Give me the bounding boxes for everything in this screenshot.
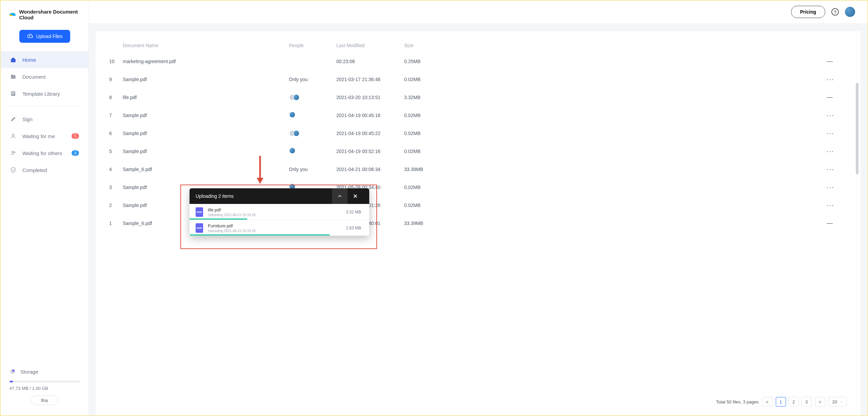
sign-icon (10, 116, 16, 122)
nav: Home Document Template Library Sign Wait… (1, 51, 88, 178)
upload-popup-header: Uploading 2 items (190, 188, 369, 204)
upload-popup: Uploading 2 items PDFlife.pdfUploading 2… (190, 188, 369, 236)
row-size: 3.32MB (404, 95, 472, 100)
content: Document Name People Last Modified Size … (96, 31, 861, 415)
close-button[interactable] (348, 188, 363, 204)
row-index: 2 (109, 203, 123, 208)
row-index: 1 (109, 221, 123, 226)
topbar: Pricing ? (89, 1, 867, 23)
page-prev[interactable]: < (762, 397, 772, 406)
row-name: Sample.pdf (123, 77, 289, 82)
people-avatars (289, 94, 336, 101)
nav-home[interactable]: Home (1, 51, 88, 68)
nav-waiting-for-me[interactable]: Waiting for me 5 (1, 128, 88, 145)
upload-item-size: 3.32 MB (346, 210, 361, 214)
svg-rect-3 (12, 93, 15, 94)
brand: Wondershare Document Cloud (1, 1, 88, 24)
row-modified: 2021-03-20 10:13:51 (336, 95, 404, 100)
row-modified: 2021-04-19 00:45:22 (336, 131, 404, 136)
row-modified: 2021-04-19 00:52:16 (336, 149, 404, 154)
people-icon (10, 150, 16, 156)
row-size: 0.02MB (404, 131, 472, 136)
row-name: Sample_6.pdf (123, 167, 289, 172)
col-modified: Last Modified (336, 43, 404, 48)
brand-text: Wondershare Document Cloud (19, 9, 82, 20)
table-body: 10marketing-agreement.pdf00:23:080.25MB—… (109, 52, 847, 232)
table-row[interactable]: 6Sample.pdf2021-04-19 00:45:220.02MB··· (109, 124, 847, 142)
more-icon[interactable]: ··· (827, 201, 834, 209)
shield-check-icon (10, 167, 16, 173)
storage-section: Storage 47.73 MB / 1.00 GB Buy (1, 362, 88, 415)
more-icon[interactable]: ··· (827, 147, 834, 155)
upload-progress (190, 219, 247, 220)
close-icon (352, 193, 358, 199)
user-avatar[interactable] (845, 7, 855, 17)
dash-icon: — (827, 220, 833, 226)
page-3[interactable]: 3 (802, 397, 812, 406)
table-row[interactable]: 9Sample.pdfOnly you2021-03-17 21:36:460.… (109, 70, 847, 88)
nav-document[interactable]: Document (1, 68, 88, 85)
page-size-select[interactable]: 20 (829, 397, 847, 406)
brand-logo-icon (9, 12, 16, 17)
row-name: Sample.pdf (123, 113, 289, 118)
cloud-upload-icon (27, 33, 33, 39)
table-row[interactable]: 8life.pdf2021-03-20 10:13:513.32MB— (109, 88, 847, 106)
people-text: Only you (289, 77, 308, 82)
people-avatar (289, 111, 296, 118)
nav-waiting-for-others[interactable]: Waiting for others 3 (1, 145, 88, 162)
template-icon (10, 91, 16, 97)
row-index: 6 (109, 131, 123, 136)
row-size: 0.02MB (404, 77, 472, 82)
nav-sign[interactable]: Sign (1, 111, 88, 128)
row-size: 0.02MB (404, 203, 472, 208)
row-index: 3 (109, 185, 123, 190)
more-icon[interactable]: ··· (827, 129, 834, 137)
pdf-icon: PDF (196, 207, 203, 217)
svg-point-6 (14, 152, 15, 153)
table-row[interactable]: 5Sample.pdf2021-04-19 00:52:160.02MB··· (109, 142, 847, 160)
home-icon (10, 57, 16, 63)
divider (9, 106, 80, 107)
storage-text: 47.73 MB / 1.00 GB (9, 386, 80, 391)
col-size: Size (404, 43, 472, 48)
page-next[interactable]: > (815, 397, 825, 406)
collapse-button[interactable] (332, 188, 348, 204)
waiting-for-others-badge: 3 (72, 150, 79, 156)
table-row[interactable]: 4Sample_6.pdfOnly you2021-04-21 00:06:34… (109, 160, 847, 178)
page-1[interactable]: 1 (776, 397, 786, 406)
table-row[interactable]: 10marketing-agreement.pdf00:23:080.25MB— (109, 52, 847, 70)
upload-item-name: life.pdf (208, 207, 341, 212)
svg-point-5 (12, 151, 14, 153)
row-name: Sample.pdf (123, 149, 289, 154)
row-modified: 2021-04-19 00:45:16 (336, 113, 404, 118)
more-icon[interactable]: ··· (827, 111, 834, 119)
page-2[interactable]: 2 (789, 397, 799, 406)
chevron-up-icon (337, 193, 343, 199)
more-icon[interactable]: ··· (827, 183, 834, 191)
nav-completed[interactable]: Completed (1, 162, 88, 178)
waiting-for-me-badge: 5 (72, 133, 79, 139)
upload-item-name: Furniture.pdf (208, 223, 341, 228)
pricing-button[interactable]: Pricing (791, 6, 825, 18)
row-size: 0.02MB (404, 149, 472, 154)
upload-title: Uploading 2 items (196, 193, 234, 199)
row-index: 4 (109, 167, 123, 172)
row-index: 8 (109, 95, 123, 100)
nav-template-library[interactable]: Template Library (1, 85, 88, 102)
scrollbar[interactable] (856, 83, 859, 174)
row-modified: 00:23:08 (336, 59, 404, 64)
storage-label: Storage (20, 369, 38, 375)
more-icon[interactable]: ··· (827, 165, 834, 173)
row-size: 33.39MB (404, 167, 472, 172)
pdf-icon: PDF (196, 223, 203, 233)
upload-progress (190, 234, 330, 235)
table-row[interactable]: 7Sample.pdf2021-04-19 00:45:160.02MB··· (109, 106, 847, 124)
pie-icon (9, 368, 16, 375)
row-index: 9 (109, 77, 123, 82)
more-icon[interactable]: ··· (827, 75, 834, 83)
upload-files-button[interactable]: Upload Files (19, 30, 70, 43)
row-index: 10 (109, 59, 123, 64)
folder-icon (10, 74, 16, 80)
buy-button[interactable]: Buy (31, 396, 58, 405)
help-button[interactable]: ? (831, 8, 839, 16)
